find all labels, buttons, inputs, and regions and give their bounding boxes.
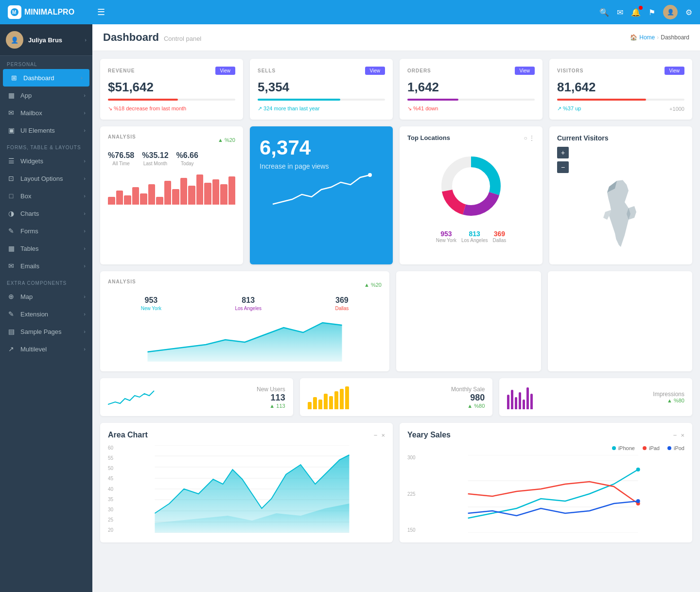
bar bbox=[180, 178, 188, 205]
yearly-sales-minimize-btn[interactable]: − bbox=[673, 432, 677, 439]
orders-bar-fill bbox=[407, 99, 458, 101]
bar bbox=[140, 193, 147, 205]
loc-newyork-val: 953 bbox=[436, 230, 456, 238]
analysis2-title: ANALYSIS bbox=[108, 279, 136, 284]
svg-text:M: M bbox=[12, 10, 16, 15]
sidebar-item-ui-elements[interactable]: ▣ UI Elements › bbox=[0, 122, 92, 139]
analysis2-dallas-val: 369 bbox=[335, 296, 349, 305]
bar bbox=[196, 174, 204, 205]
area-chart-y-axis: 60 55 50 45 40 35 30 25 20 bbox=[108, 445, 115, 533]
sidebar-item-dashboard[interactable]: ⊞ Dashboard › bbox=[3, 69, 89, 87]
analysis2-la-lbl: Los Angeles bbox=[235, 306, 262, 311]
visitors-view-btn[interactable]: View bbox=[665, 67, 685, 75]
sidebar-item-app[interactable]: ▦ App › bbox=[0, 87, 92, 104]
search-icon[interactable]: 🔍 bbox=[599, 8, 609, 17]
svg-point-2 bbox=[368, 173, 372, 177]
sidebar-item-tables[interactable]: ▦ Tables › bbox=[0, 240, 92, 257]
sidebar: 👤 Juliya Brus › PERSONAL ⊞ Dashboard › ▦… bbox=[0, 24, 92, 592]
orders-value: 1,642 bbox=[407, 80, 535, 95]
analysis2-ny-lbl: New York bbox=[141, 306, 161, 311]
legend-ipad-label: iPad bbox=[649, 445, 660, 451]
visitors-label: VISITORS bbox=[557, 68, 584, 73]
breadcrumb-home[interactable]: Home bbox=[639, 34, 655, 41]
sidebar-item-multilevel[interactable]: ↗ Multilevel › bbox=[0, 340, 92, 358]
chart-legend: iPhone iPad iPod bbox=[407, 445, 684, 451]
zoom-out-btn[interactable]: − bbox=[557, 161, 569, 173]
user-menu-arrow[interactable]: › bbox=[85, 37, 87, 43]
impressions-bars bbox=[507, 385, 533, 409]
analysis2-ny-val: 953 bbox=[141, 296, 161, 305]
yearly-sales-close-btn[interactable]: × bbox=[681, 432, 684, 439]
sidebar-section-label-personal: PERSONAL bbox=[0, 56, 92, 69]
area-chart-minimize-btn[interactable]: − bbox=[374, 432, 378, 439]
settings-icon[interactable]: ⚙ bbox=[685, 8, 692, 17]
svg-point-23 bbox=[636, 468, 640, 471]
orders-label: ORDERS bbox=[407, 68, 431, 73]
loc-la-lbl: Los Angeles bbox=[461, 238, 488, 243]
sells-value: 5,354 bbox=[258, 80, 385, 95]
flag-icon[interactable]: ⚑ bbox=[648, 8, 655, 17]
top-locations-options[interactable]: ○ ⋮ bbox=[524, 135, 535, 141]
analysis1-alltime-lbl: All Time bbox=[108, 161, 134, 166]
monthly-sale-label: Monthly Sale bbox=[451, 386, 485, 393]
analysis1-stats: %76.58 All Time %35.12 Last Month %6.66 … bbox=[108, 151, 235, 166]
sidebar-item-extension[interactable]: ✎ Extension › bbox=[0, 305, 92, 323]
avatar[interactable]: 👤 bbox=[663, 5, 678, 19]
analysis1-today-lbl: Today bbox=[176, 161, 198, 166]
current-visitors-card: Current Visitors + − bbox=[549, 126, 692, 264]
sidebar-item-box[interactable]: □ Box › bbox=[0, 187, 92, 205]
analysis2-dallas-lbl: Dallas bbox=[335, 306, 349, 311]
stat-cards-row: REVENUE View $51,642 ↘ %18 decrease from… bbox=[100, 59, 692, 120]
orders-view-btn[interactable]: View bbox=[515, 67, 535, 75]
sells-view-btn[interactable]: View bbox=[365, 67, 385, 75]
zoom-in-btn[interactable]: + bbox=[557, 147, 569, 158]
mail-icon[interactable]: ✉ bbox=[617, 8, 623, 17]
box-icon: □ bbox=[7, 192, 16, 200]
new-users-change: ▲ 113 bbox=[257, 403, 285, 409]
analysis1-today-val: %6.66 bbox=[176, 151, 198, 160]
page-header: Dashboard Control panel 🏠 Home › Dashboa… bbox=[92, 24, 700, 51]
bar bbox=[132, 187, 140, 205]
logo-icon: M bbox=[8, 5, 21, 19]
ui-elements-icon: ▣ bbox=[7, 126, 16, 134]
sidebar-item-map[interactable]: ⊕ Map › bbox=[0, 288, 92, 305]
mailbox-icon: ✉ bbox=[7, 109, 16, 117]
bell-icon[interactable]: 🔔 bbox=[631, 8, 641, 17]
blue-card-label: Increase in page views bbox=[260, 162, 383, 170]
bar bbox=[220, 184, 228, 205]
yearly-sales-svg bbox=[421, 455, 684, 533]
multilevel-icon: ↗ bbox=[7, 345, 16, 353]
new-users-val: 113 bbox=[257, 393, 285, 403]
layout-icon: ⊡ bbox=[7, 174, 16, 182]
loc-dallas-lbl: Dallas bbox=[492, 238, 506, 243]
bar bbox=[148, 184, 156, 205]
revenue-view-btn[interactable]: View bbox=[215, 67, 236, 75]
area-chart-close-btn[interactable]: × bbox=[381, 432, 385, 439]
analysis1-title: ANALYSIS bbox=[108, 134, 136, 139]
sidebar-item-layout[interactable]: ⊡ Layout Options › bbox=[0, 170, 92, 187]
sidebar-item-forms[interactable]: ✎ Forms › bbox=[0, 222, 92, 240]
extension-icon: ✎ bbox=[7, 310, 16, 318]
blue-card-value: 6,374 bbox=[260, 136, 383, 159]
sidebar-user: 👤 Juliya Brus › bbox=[0, 24, 92, 56]
bar bbox=[172, 189, 179, 205]
charts-icon: ◑ bbox=[7, 209, 16, 217]
legend-iphone-dot bbox=[612, 446, 616, 450]
location-stats: 953 New York 813 Los Angeles 369 Dallas bbox=[407, 230, 535, 243]
bar bbox=[204, 183, 211, 205]
loc-dallas-val: 369 bbox=[492, 230, 506, 238]
revenue-bar-fill bbox=[108, 99, 178, 101]
sidebar-item-mailbox[interactable]: ✉ Mailbox › bbox=[0, 104, 92, 122]
chart-row: Area Chart − × 60 55 50 45 40 bbox=[100, 423, 692, 542]
sidebar-item-charts[interactable]: ◑ Charts › bbox=[0, 205, 92, 222]
page-title-area: Dashboard Control panel bbox=[103, 31, 201, 44]
hamburger-icon[interactable]: ☰ bbox=[97, 7, 105, 17]
sidebar-item-emails[interactable]: ✉ Emails › bbox=[0, 257, 92, 275]
new-users-label: New Users bbox=[257, 386, 285, 393]
spacer-1 bbox=[396, 271, 541, 371]
legend-ipod-label: iPod bbox=[674, 445, 684, 451]
sidebar-item-widgets[interactable]: ☰ Widgets › bbox=[0, 152, 92, 170]
analysis2-badge: ▲ %20 bbox=[364, 282, 382, 288]
sidebar-item-sample-pages[interactable]: ▤ Sample Pages › bbox=[0, 323, 92, 340]
analysis2-la-val: 813 bbox=[235, 296, 262, 305]
